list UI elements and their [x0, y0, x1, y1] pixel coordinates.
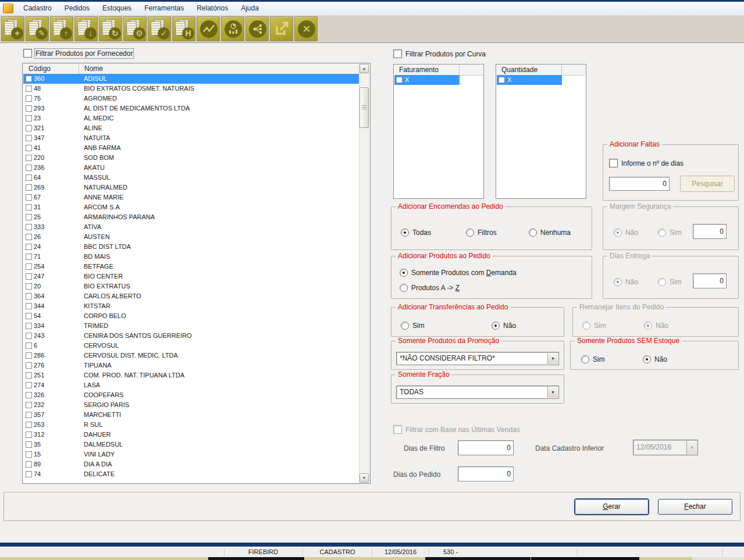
supplier-row[interactable]: 263R SUL: [23, 420, 359, 430]
row-checkbox[interactable]: [26, 431, 32, 438]
promocao-combobox[interactable]: *NÃO CONSIDERAR FILTRO* ▼: [396, 352, 559, 365]
supplier-row[interactable]: 312DAHUER: [23, 430, 359, 440]
row-checkbox[interactable]: [26, 333, 32, 339]
chevron-down-icon[interactable]: ▼: [547, 353, 558, 364]
column-header-codigo[interactable]: Código: [23, 64, 79, 74]
row-checkbox[interactable]: [26, 323, 32, 329]
new-button[interactable]: +: [1, 16, 24, 41]
row-checkbox[interactable]: [26, 76, 32, 82]
radio-estoque-nao[interactable]: Não: [643, 355, 667, 363]
supplier-row[interactable]: 67ANNE MARIE: [23, 192, 359, 202]
supplier-row[interactable]: 286CERVOSUL DIST. MEDIC. LTDA: [23, 351, 359, 361]
row-checkbox[interactable]: [26, 95, 32, 102]
row-checkbox[interactable]: [26, 105, 32, 112]
supplier-row[interactable]: 35DALMEDSUL: [23, 440, 359, 450]
row-checkbox[interactable]: [26, 244, 32, 250]
supplier-row[interactable]: 220SOD BOM: [23, 153, 359, 163]
row-checkbox[interactable]: [26, 85, 32, 92]
fechar-button[interactable]: Fechar: [658, 499, 732, 515]
supplier-row[interactable]: 269NATURALMED: [23, 183, 359, 192]
row-checkbox[interactable]: [26, 402, 32, 408]
row-checkbox[interactable]: [26, 352, 32, 359]
row-checkbox[interactable]: [26, 283, 32, 290]
share-button[interactable]: [245, 16, 269, 41]
curve-filter-checkbox[interactable]: [393, 49, 402, 58]
supplier-row[interactable]: 54CORPO BELO: [23, 311, 359, 321]
scroll-down-icon[interactable]: ▼: [359, 473, 369, 483]
row-checkbox[interactable]: [26, 461, 32, 468]
supplier-row[interactable]: 31ARCOM S.A: [23, 202, 359, 212]
supplier-row[interactable]: 48BIO EXTRATOS COSMET. NATURAIS: [23, 84, 359, 94]
line-chart-button[interactable]: [197, 16, 220, 41]
row-checkbox[interactable]: [26, 392, 32, 398]
dias-entrega-input[interactable]: 0: [693, 273, 727, 288]
row-checkbox[interactable]: [26, 184, 32, 191]
supplier-row[interactable]: 71BD MAIS: [23, 252, 359, 262]
confirm-button[interactable]: ✓: [148, 16, 171, 41]
move-up-button[interactable]: ↑: [50, 16, 73, 41]
supplier-row[interactable]: 364CARLOS ALBERTO: [23, 291, 359, 301]
row-checkbox[interactable]: [26, 273, 32, 280]
row-checkbox[interactable]: [26, 155, 32, 161]
scroll-thumb[interactable]: [359, 87, 369, 128]
supplier-row[interactable]: 344KITSTAR: [23, 301, 359, 311]
quantidade-row[interactable]: X: [497, 75, 585, 85]
row-checkbox[interactable]: [26, 362, 32, 369]
supplier-row[interactable]: 251COM. PROD. NAT. TIPUANA LTDA: [23, 370, 359, 380]
row-checkbox[interactable]: [26, 145, 32, 151]
row-checkbox[interactable]: [26, 174, 32, 181]
row-checkbox[interactable]: [26, 263, 32, 270]
supplier-row[interactable]: 89DIA A DIA: [23, 459, 359, 469]
row-checkbox[interactable]: [396, 77, 403, 83]
column-header-nome[interactable]: Nome: [79, 64, 359, 74]
dias-filtro-input[interactable]: 0: [458, 440, 514, 455]
faturamento-row[interactable]: X: [394, 75, 483, 85]
supplier-row[interactable]: 334TRIMED: [23, 321, 359, 331]
row-checkbox[interactable]: [26, 372, 32, 379]
row-checkbox[interactable]: [26, 115, 32, 122]
supplier-row[interactable]: 326COOPEFARS: [23, 390, 359, 400]
row-checkbox[interactable]: [26, 313, 32, 319]
bar-chart-button[interactable]: [221, 16, 244, 41]
supplier-row[interactable]: 333ATIVA: [23, 222, 359, 232]
menu-item-estoques[interactable]: Estoques: [96, 2, 138, 14]
supplier-row[interactable]: 26AUSTEN: [23, 232, 359, 242]
radio-todas[interactable]: Todas: [401, 229, 431, 237]
row-checkbox[interactable]: [499, 77, 505, 83]
refresh-button[interactable]: ↻: [99, 16, 122, 41]
supplier-row[interactable]: 75AGROMED: [23, 94, 359, 104]
menu-item-ajuda[interactable]: Ajuda: [234, 2, 265, 14]
supplier-row[interactable]: 357MARCHETTI: [23, 410, 359, 420]
row-checkbox[interactable]: [26, 412, 32, 418]
history-button[interactable]: H: [172, 16, 195, 41]
quantidade-header-label[interactable]: Quantidade: [497, 65, 562, 75]
radio-transf-nao[interactable]: Não: [492, 322, 516, 330]
supplier-row[interactable]: 293AL DIST DE MEDICAMENTOS LTDA: [23, 104, 359, 113]
tools-button[interactable]: ⚙: [123, 16, 147, 41]
row-checkbox[interactable]: [26, 125, 32, 131]
row-checkbox[interactable]: [26, 194, 32, 201]
supplier-row[interactable]: 41ANB FARMA: [23, 143, 359, 153]
menu-item-ferramentas[interactable]: Ferramentas: [138, 2, 190, 14]
move-down-button[interactable]: ↓: [74, 16, 98, 41]
row-checkbox[interactable]: [26, 165, 32, 171]
radio-filtros[interactable]: Filtros: [466, 229, 497, 237]
supplier-row[interactable]: 6CERVOSUL: [23, 341, 359, 351]
supplier-filter-checkbox[interactable]: [23, 49, 32, 58]
row-checkbox[interactable]: [26, 135, 32, 141]
row-checkbox[interactable]: [26, 234, 32, 240]
supplier-row[interactable]: 274LASA: [23, 380, 359, 390]
supplier-row[interactable]: 360ADISUL: [23, 74, 359, 84]
row-checkbox[interactable]: [26, 422, 32, 428]
margem-input[interactable]: 0: [693, 224, 727, 239]
fracao-combobox[interactable]: TODAS ▼: [396, 386, 559, 399]
supplier-row[interactable]: 23AL MEDIC: [23, 113, 359, 123]
supplier-row[interactable]: 321ALINE: [23, 123, 359, 133]
supplier-row[interactable]: 74DELICATE: [23, 469, 359, 479]
supplier-row[interactable]: 243CENIRA DOS SANTOS GUERREIRO: [23, 331, 359, 341]
radio-somente-demanda[interactable]: Somente Produtos com Demanda: [400, 269, 517, 277]
edit-button[interactable]: ✎: [26, 16, 49, 41]
row-checkbox[interactable]: [26, 303, 32, 309]
chevron-down-icon[interactable]: ▼: [547, 387, 558, 398]
dias-pedido-input[interactable]: 0: [458, 466, 514, 481]
